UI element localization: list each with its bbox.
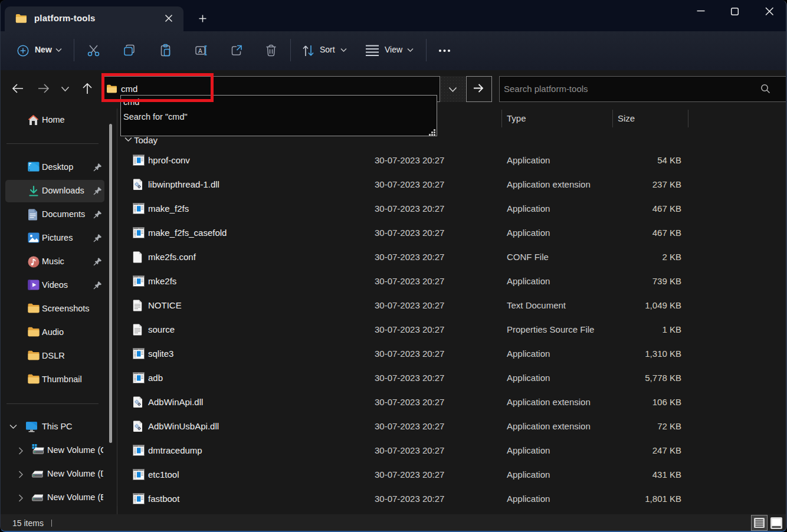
svg-text:A: A xyxy=(198,48,202,54)
